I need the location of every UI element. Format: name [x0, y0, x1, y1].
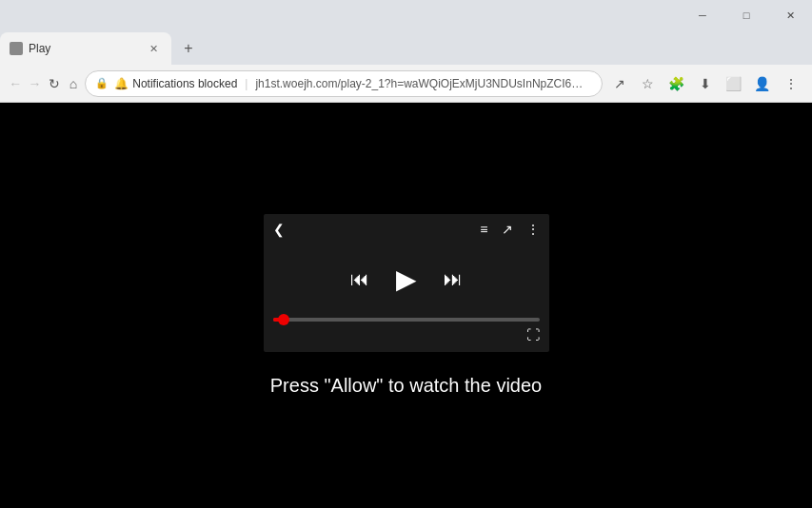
maximize-button[interactable]: □: [724, 0, 768, 30]
share-icon[interactable]: ↗: [502, 222, 513, 237]
bookmark-button[interactable]: ☆: [635, 70, 662, 97]
tab-close-button[interactable]: ✕: [145, 40, 162, 57]
bell-icon: 🔔: [114, 77, 129, 90]
extensions-button[interactable]: 🧩: [663, 70, 690, 97]
active-tab[interactable]: Play ✕: [0, 32, 171, 65]
address-bar[interactable]: 🔒 🔔 Notifications blocked | jh1st.woejh.…: [85, 70, 603, 97]
download-button[interactable]: ⬇: [692, 70, 719, 97]
window-controls: ─ □ ✕: [681, 0, 812, 30]
forward-button[interactable]: →: [27, 70, 42, 97]
play-button[interactable]: ▶: [396, 264, 417, 295]
notifications-blocked: 🔔 Notifications blocked: [114, 77, 237, 90]
chevron-down-icon[interactable]: ❮: [273, 222, 285, 237]
nav-right-icons: ↗ ☆ 🧩 ⬇ ⬜ 👤 ⋮: [606, 70, 804, 97]
player-top-right-icons: ≡ ↗ ⋮: [480, 222, 539, 237]
progress-bar[interactable]: [273, 318, 540, 322]
title-bar: ─ □ ✕: [0, 0, 812, 30]
tab-label: Play: [29, 42, 139, 55]
split-button[interactable]: ⬜: [721, 70, 747, 97]
progress-thumb[interactable]: [278, 314, 289, 325]
player-top-bar: ❮ ≡ ↗ ⋮: [264, 214, 549, 244]
cta-text: Press "Allow" to watch the video: [270, 375, 542, 397]
close-button[interactable]: ✕: [768, 0, 812, 30]
skip-forward-button[interactable]: ⏭: [444, 268, 463, 290]
profile-button[interactable]: 👤: [749, 70, 776, 97]
tab-favicon: [10, 42, 23, 55]
lock-icon: 🔒: [95, 77, 109, 89]
notifications-blocked-label: Notifications blocked: [132, 77, 237, 90]
share-button[interactable]: ↗: [606, 70, 633, 97]
player-center: ⏮ ▶ ⏭: [264, 244, 549, 318]
minimize-button[interactable]: ─: [681, 0, 724, 30]
video-player[interactable]: ❮ ≡ ↗ ⋮ ⏮ ▶ ⏭ ⛶: [264, 214, 549, 352]
refresh-button[interactable]: ↻: [47, 70, 62, 97]
playlist-icon[interactable]: ≡: [480, 222, 487, 237]
player-controls-row: ⛶: [264, 322, 549, 342]
separator: |: [245, 77, 248, 90]
back-button[interactable]: ←: [8, 70, 23, 97]
player-bottom: ⛶: [264, 318, 549, 352]
new-tab-button[interactable]: +: [175, 35, 202, 62]
fullscreen-button[interactable]: ⛶: [526, 327, 540, 342]
more-button[interactable]: ⋮: [778, 70, 804, 97]
url-text: jh1st.woejh.com/play-2_1?h=waWQiOjExMjU3…: [255, 77, 592, 90]
nav-bar: ← → ↻ ⌂ 🔒 🔔 Notifications blocked | jh1s…: [0, 65, 812, 103]
more-options-icon[interactable]: ⋮: [526, 222, 540, 237]
home-button[interactable]: ⌂: [66, 70, 81, 97]
skip-back-button[interactable]: ⏮: [350, 268, 369, 290]
tab-bar: Play ✕ +: [0, 30, 812, 65]
page-content: ❮ ≡ ↗ ⋮ ⏮ ▶ ⏭ ⛶ Press "Allow" to watch t…: [0, 103, 812, 508]
